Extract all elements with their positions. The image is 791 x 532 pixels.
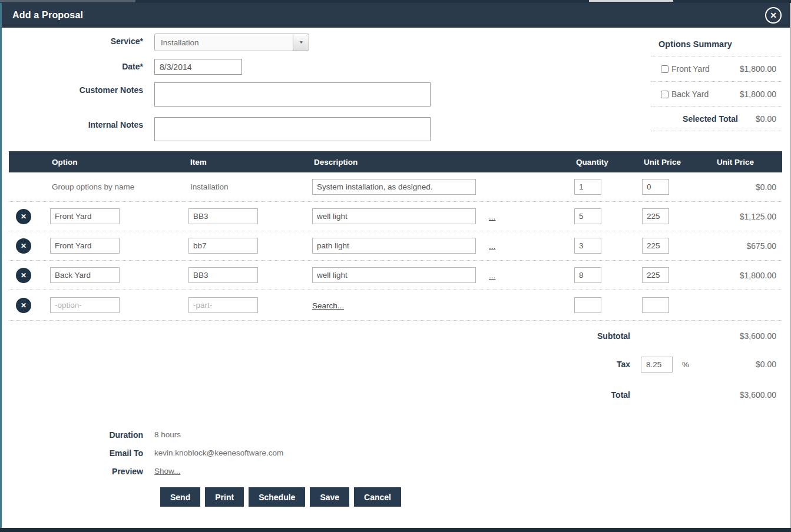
new-part-input[interactable] (188, 297, 258, 313)
selected-total-row: Selected Total $0.00 (651, 107, 782, 131)
column-header-item: Item (188, 158, 312, 167)
proposal-form: Service* Installation ▼ Date* Customer N… (2, 28, 790, 141)
print-button[interactable]: Print (205, 487, 244, 507)
quantity-input[interactable] (574, 208, 601, 224)
description-input[interactable] (312, 238, 476, 254)
tax-label: Tax (617, 360, 630, 369)
preview-row: Preview Show... (2, 462, 790, 480)
table-row: ✕ ... $675.00 (9, 231, 782, 261)
description-input[interactable] (312, 267, 476, 283)
table-row: ✕ ... $1,800.00 (9, 261, 782, 290)
item-input[interactable] (188, 208, 258, 224)
column-header-option: Option (50, 158, 188, 167)
cancel-button[interactable]: Cancel (354, 487, 401, 507)
date-label: Date* (2, 59, 154, 71)
delete-row-button[interactable]: ✕ (16, 298, 31, 313)
duration-value: 8 hours (154, 430, 181, 439)
line-items-table: Option Item Description Quantity Unit Pr… (9, 151, 782, 321)
service-dropdown[interactable]: Installation ▼ (154, 34, 309, 51)
email-to-row: Email To kevin.knoblock@keenesoftware.co… (2, 444, 790, 462)
new-unit-price-input[interactable] (642, 297, 669, 313)
modal-title: Add a Proposal (2, 10, 83, 21)
description-input[interactable] (312, 208, 476, 224)
new-quantity-input[interactable] (574, 297, 601, 313)
item-input[interactable] (188, 267, 258, 283)
service-dropdown-value: Installation (155, 38, 293, 47)
preview-show-link[interactable]: Show... (154, 467, 180, 476)
group-item-text: Installation (188, 182, 312, 191)
options-summary-title: Options Summary (651, 34, 782, 56)
email-to-value: kevin.knoblock@keenesoftware.com (154, 448, 283, 457)
line-total: $1,800.00 (710, 271, 782, 280)
close-button[interactable]: ✕ (765, 7, 782, 24)
delete-row-button[interactable]: ✕ (16, 268, 31, 283)
internal-notes-field[interactable] (154, 117, 431, 141)
option-input[interactable] (50, 238, 120, 254)
unit-price-input[interactable] (642, 267, 669, 283)
total-label: Total (611, 390, 630, 400)
line-total: $675.00 (710, 241, 782, 251)
schedule-button[interactable]: Schedule (249, 487, 305, 507)
delete-row-button[interactable]: ✕ (16, 238, 31, 254)
percent-sign: % (682, 360, 689, 369)
quantity-input[interactable] (574, 238, 601, 254)
selected-total-label: Selected Total (657, 114, 756, 124)
customer-notes-field[interactable] (154, 82, 431, 107)
delete-icon: ✕ (21, 242, 27, 250)
group-row: Group options by name Installation $0.00 (9, 172, 782, 202)
tax-row: Tax % $0.00 (9, 349, 782, 380)
action-buttons: Send Print Schedule Save Cancel (160, 487, 790, 507)
front-yard-checkbox[interactable] (661, 65, 668, 73)
service-label: Service* (2, 34, 154, 46)
new-option-input[interactable] (50, 297, 120, 313)
option-name: Back Yard (671, 89, 740, 99)
option-input[interactable] (50, 267, 120, 283)
column-header-quantity: Quantity (574, 158, 642, 167)
send-button[interactable]: Send (160, 487, 200, 507)
options-summary-row: Back Yard $1,800.00 (651, 81, 782, 107)
delete-row-button[interactable]: ✕ (16, 209, 31, 224)
duration-label: Duration (2, 430, 154, 440)
column-header-description: Description (312, 158, 489, 167)
group-description-input[interactable] (312, 179, 476, 195)
delete-icon: ✕ (21, 212, 27, 221)
unit-price-input[interactable] (642, 208, 669, 224)
delete-icon: ✕ (21, 271, 27, 280)
background-page-bottom-strip (0, 528, 791, 532)
new-item-row: ✕ Search... (9, 290, 782, 321)
total-amount: $3,600.00 (713, 390, 776, 400)
close-icon: ✕ (770, 11, 777, 20)
group-option-text: Group options by name (50, 182, 188, 191)
background-page-segment (0, 0, 135, 2)
tax-rate-input[interactable] (641, 357, 673, 373)
background-page-segment (589, 0, 673, 2)
group-line-total: $0.00 (710, 182, 782, 192)
options-summary-row: Front Yard $1,800.00 (651, 56, 782, 81)
chevron-down-icon[interactable]: ▼ (293, 34, 309, 51)
totals-section: Subtotal $3,600.00 Tax % $0.00 Total $3,… (9, 323, 782, 410)
item-input[interactable] (188, 238, 258, 254)
option-input[interactable] (50, 208, 120, 224)
back-yard-checkbox[interactable] (661, 91, 668, 98)
unit-price-input[interactable] (642, 238, 669, 254)
options-summary-panel: Options Summary Front Yard $1,800.00 Bac… (651, 34, 782, 131)
table-row: ✕ ... $1,125.00 (9, 202, 782, 231)
customer-notes-label: Customer Notes (2, 82, 154, 95)
group-unit-price-input[interactable] (642, 179, 669, 195)
group-quantity-input[interactable] (574, 179, 601, 195)
duration-row: Duration 8 hours (2, 425, 790, 444)
save-button[interactable]: Save (310, 487, 349, 507)
date-field[interactable] (154, 59, 242, 75)
option-amount: $1,800.00 (740, 89, 776, 99)
more-description-link[interactable]: ... (489, 212, 495, 221)
search-part-link[interactable]: Search... (312, 301, 344, 310)
more-description-link[interactable]: ... (489, 242, 495, 251)
column-header-line-total: Unit Price (710, 158, 782, 167)
total-row: Total $3,600.00 (9, 380, 782, 410)
delete-icon: ✕ (21, 301, 27, 310)
column-header-unit-price: Unit Price (642, 158, 710, 167)
more-description-link[interactable]: ... (489, 271, 495, 280)
email-to-label: Email To (2, 448, 154, 458)
option-name: Front Yard (671, 64, 740, 74)
quantity-input[interactable] (574, 267, 601, 283)
